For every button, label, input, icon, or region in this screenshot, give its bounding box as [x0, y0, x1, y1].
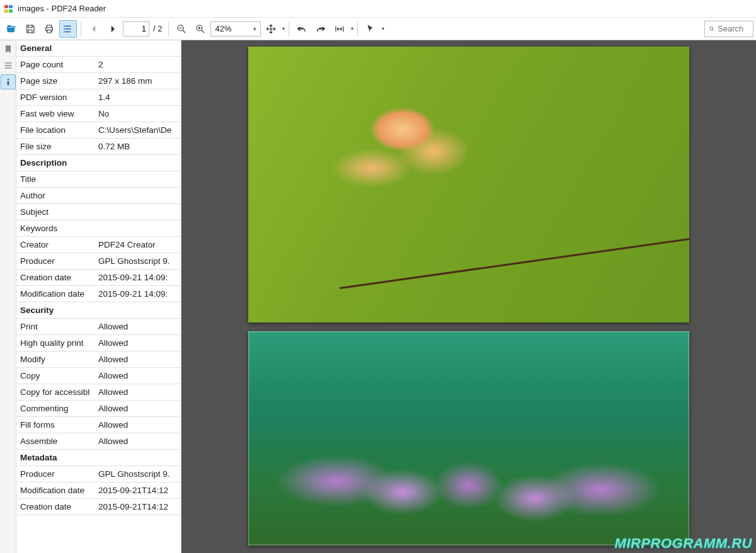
property-row: Page size297 x 186 mm — [16, 73, 181, 89]
property-value: Allowed — [94, 433, 181, 450]
property-value: C:\Users\Stefan\De — [94, 122, 181, 139]
back-button[interactable] — [85, 20, 103, 38]
page-image — [248, 331, 689, 545]
fit-width-button[interactable] — [331, 20, 348, 38]
svg-rect-0 — [4, 5, 8, 8]
property-key: Subject — [16, 204, 94, 220]
property-key: Modification date — [16, 286, 94, 302]
property-value: Allowed — [94, 319, 181, 335]
bookmark-tab[interactable] — [1, 42, 16, 57]
svg-rect-2 — [4, 9, 8, 13]
svg-rect-1 — [9, 5, 13, 8]
svg-point-9 — [710, 26, 713, 30]
svg-point-4 — [64, 25, 65, 26]
property-key: Assemble — [16, 433, 94, 450]
property-value — [94, 188, 181, 204]
property-key: Creation date — [16, 270, 94, 286]
properties-table: GeneralPage count2Page size297 x 186 mmP… — [16, 40, 181, 515]
open-button[interactable] — [3, 20, 20, 38]
properties-panel[interactable]: GeneralPage count2Page size297 x 186 mmP… — [16, 40, 181, 553]
property-row: Copy for accessiblAllowed — [16, 384, 181, 401]
property-value: Allowed — [94, 417, 181, 433]
property-row: Subject — [16, 204, 181, 220]
property-value: GPL Ghostscript 9. — [94, 253, 181, 270]
property-value — [94, 204, 181, 220]
property-value: Allowed — [94, 401, 181, 417]
property-key: Keywords — [16, 220, 94, 237]
property-key: Fill forms — [16, 417, 94, 433]
section-header: General — [16, 40, 181, 57]
property-key: File size — [16, 139, 94, 155]
document-viewer[interactable] — [181, 40, 756, 553]
page-1[interactable] — [248, 47, 689, 322]
property-row: Author — [16, 188, 181, 204]
page-2[interactable] — [248, 331, 689, 545]
property-row: PDF version1.4 — [16, 89, 181, 106]
zoom-value: 42% — [215, 24, 231, 33]
chevron-down-icon[interactable]: ▾ — [282, 26, 285, 31]
svg-rect-3 — [9, 9, 13, 13]
chevron-down-icon[interactable]: ▾ — [351, 26, 353, 31]
forward-button[interactable] — [104, 20, 122, 38]
property-key: Author — [16, 188, 94, 204]
property-value — [94, 171, 181, 188]
property-value: 2015-09-21 14:09: — [94, 286, 181, 302]
property-key: Copy for accessibl — [16, 384, 94, 401]
save-button[interactable] — [21, 20, 39, 38]
property-row: PrintAllowed — [16, 319, 181, 335]
property-key: Title — [16, 171, 94, 188]
search-input[interactable] — [718, 24, 749, 33]
property-key: High quality print — [16, 335, 94, 351]
property-value: 0.72 MB — [94, 139, 181, 155]
chevron-down-icon[interactable]: ▾ — [382, 26, 384, 31]
svg-point-5 — [64, 28, 65, 30]
property-key: Copy — [16, 368, 94, 384]
print-button[interactable] — [40, 20, 58, 38]
separator — [357, 21, 358, 37]
section-header: Metadata — [16, 450, 181, 466]
search-icon — [709, 25, 715, 33]
property-value: 2015-09-21T14:12 — [94, 499, 181, 515]
property-value — [94, 220, 181, 237]
window-title: images - PDF24 Reader — [18, 4, 106, 13]
property-row: Fill formsAllowed — [16, 417, 181, 433]
separator — [168, 21, 169, 37]
property-row: Page count2 — [16, 57, 181, 73]
side-rail — [0, 40, 16, 553]
property-row: Modification date2015-09-21 14:09: — [16, 286, 181, 302]
property-row: Creation date2015-09-21 14:09: — [16, 270, 181, 286]
property-row: File locationC:\Users\Stefan\De — [16, 122, 181, 139]
info-tab[interactable] — [1, 74, 16, 89]
redo-button[interactable] — [312, 20, 329, 38]
property-row: CopyAllowed — [16, 368, 181, 384]
property-value: GPL Ghostscript 9. — [94, 466, 181, 482]
property-key: Producer — [16, 466, 94, 482]
property-key: Producer — [16, 253, 94, 270]
search-box[interactable] — [704, 21, 753, 37]
zoom-out-button[interactable] — [173, 20, 190, 38]
property-key: Modification date — [16, 482, 94, 499]
zoom-select[interactable]: 42% ▾ — [210, 21, 261, 37]
property-row: ProducerGPL Ghostscript 9. — [16, 253, 181, 270]
property-value: PDF24 Creator — [94, 237, 181, 253]
outline-tab[interactable] — [1, 58, 16, 73]
property-key: Fast web view — [16, 106, 94, 122]
property-row: CommentingAllowed — [16, 401, 181, 417]
property-key: Print — [16, 319, 94, 335]
select-tool-button[interactable] — [362, 20, 379, 38]
property-value: Allowed — [94, 351, 181, 368]
pan-tool-button[interactable] — [262, 20, 280, 38]
property-row: Creation date2015-09-21T14:12 — [16, 499, 181, 515]
page-number-input[interactable] — [123, 21, 149, 37]
property-value: Allowed — [94, 368, 181, 384]
property-row: Keywords — [16, 220, 181, 237]
properties-toggle-button[interactable] — [59, 20, 77, 38]
property-key: Page size — [16, 73, 94, 89]
separator — [81, 21, 81, 37]
undo-button[interactable] — [293, 20, 311, 38]
property-key: PDF version — [16, 89, 94, 106]
zoom-in-button[interactable] — [192, 20, 209, 38]
property-row: CreatorPDF24 Creator — [16, 237, 181, 253]
property-key: Page count — [16, 57, 94, 73]
titlebar: images - PDF24 Reader — [0, 0, 756, 18]
